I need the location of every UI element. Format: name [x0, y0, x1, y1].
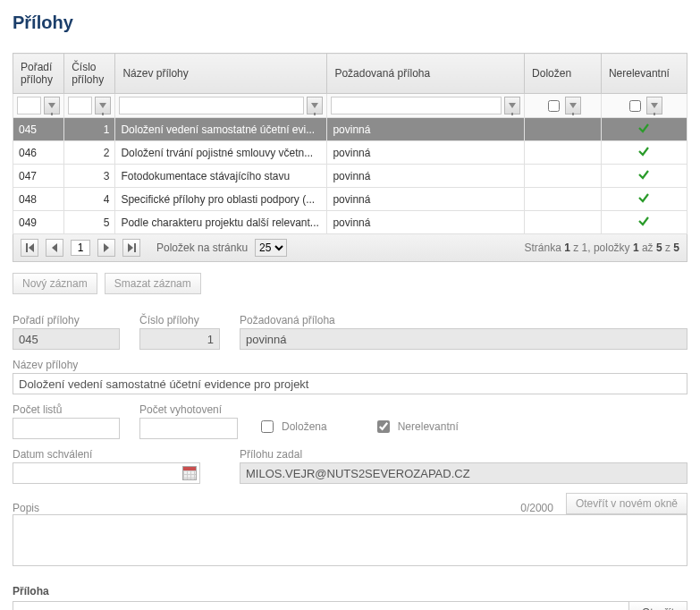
label-dolozena: Doložena: [282, 420, 327, 433]
cell-poradi: 049: [13, 211, 64, 234]
cell-nazev: Doložení trvání pojistné smlouvy včetn..…: [115, 141, 327, 165]
label-nerelevantni: Nerelevantní: [398, 420, 459, 433]
label-poradi: Pořadí přílohy: [13, 314, 120, 326]
cell-cislo: 1: [64, 118, 115, 141]
label-pocet-listu: Počet listů: [13, 403, 120, 416]
cell-pozadovana: povinná: [327, 211, 525, 234]
field-popis[interactable]: [13, 514, 687, 566]
funnel-icon: [509, 103, 516, 108]
table-row[interactable]: 0484Specifické přílohy pro oblasti podpo…: [13, 188, 687, 211]
field-priloha[interactable]: [13, 601, 629, 610]
pager-status: Stránka 1 z 1, položky 1 až 5 z 5: [525, 241, 680, 254]
pagesize-label: Položek na stránku: [156, 241, 248, 254]
checkbox-dolozena[interactable]: [261, 420, 274, 433]
filter-nerelevantni-checkbox[interactable]: [629, 100, 641, 112]
cell-nerelevantni: [601, 118, 687, 141]
pagesize-select[interactable]: 25: [255, 239, 287, 257]
cell-poradi: 045: [13, 118, 64, 141]
filter-nerelevantni-button[interactable]: [646, 97, 662, 114]
pager-first-button[interactable]: [21, 239, 38, 257]
col-pozadovana[interactable]: Požadovaná příloha: [327, 54, 525, 94]
table-row[interactable]: 0473Fotodokumentace stávajícího stavupov…: [13, 165, 687, 188]
cell-dolozen: [525, 188, 602, 211]
label-popis: Popis: [13, 502, 513, 514]
filter-cislo-input[interactable]: [68, 97, 92, 114]
col-nerelevantni[interactable]: Nerelevantní: [601, 54, 687, 94]
col-dolozen[interactable]: Doložen: [525, 54, 602, 94]
filter-poradi-button[interactable]: [44, 97, 60, 114]
cell-nazev: Fotodokumentace stávajícího stavu: [115, 165, 327, 188]
funnel-icon: [569, 103, 577, 108]
cell-pozadovana: povinná: [327, 118, 525, 141]
cell-pozadovana: povinná: [327, 188, 525, 211]
cell-dolozen: [525, 211, 602, 234]
field-zadal: [240, 462, 687, 484]
cell-poradi: 046: [13, 141, 64, 165]
attachments-table: Pořadí přílohy Číslo přílohy Název přílo…: [13, 53, 687, 234]
label-cislo: Číslo přílohy: [139, 314, 220, 326]
table-row[interactable]: 0495Podle charakteru projektu další rele…: [13, 211, 687, 234]
calendar-icon[interactable]: [182, 466, 197, 480]
cell-nerelevantni: [601, 188, 687, 211]
filter-nazev-button[interactable]: [307, 97, 323, 114]
popis-counter: 0/2000: [520, 502, 553, 514]
cell-nazev: Doložení vedení samostatné účetní evi...: [115, 118, 327, 141]
cell-nerelevantni: [601, 211, 687, 234]
cell-dolozen: [525, 118, 602, 141]
field-pocet-listu[interactable]: [13, 418, 120, 439]
filter-pozadovana-button[interactable]: [504, 97, 520, 114]
cell-dolozen: [525, 165, 602, 188]
new-record-button[interactable]: Nový záznam: [13, 273, 97, 294]
field-nazev[interactable]: [13, 373, 687, 394]
label-priloha: Příloha: [13, 585, 49, 597]
funnel-icon: [48, 103, 55, 108]
label-pocet-vyhotoveni: Počet vyhotovení: [139, 403, 238, 416]
cell-nazev: Specifické přílohy pro oblasti podpory (…: [115, 188, 327, 211]
field-poradi: [13, 328, 120, 350]
filter-pozadovana-input[interactable]: [331, 97, 502, 114]
cell-pozadovana: povinná: [327, 165, 525, 188]
filter-dolozen-button[interactable]: [565, 97, 581, 114]
col-cislo[interactable]: Číslo přílohy: [64, 54, 115, 94]
cell-nerelevantni: [601, 141, 687, 165]
filter-poradi-input[interactable]: [17, 97, 41, 114]
field-cislo: [139, 328, 220, 350]
field-pocet-vyhotoveni[interactable]: [139, 418, 238, 439]
checkbox-nerelevantni[interactable]: [377, 420, 390, 433]
cell-nerelevantni: [601, 165, 687, 188]
label-zadal: Přílohu zadal: [240, 448, 687, 461]
field-datum[interactable]: [13, 462, 200, 484]
filter-nazev-input[interactable]: [119, 97, 304, 114]
cell-cislo: 2: [64, 141, 115, 165]
pager-last-button[interactable]: [122, 239, 140, 257]
funnel-icon: [99, 103, 106, 108]
pager-next-button[interactable]: [97, 239, 115, 257]
funnel-icon: [651, 103, 658, 108]
pager: Položek na stránku 25 Stránka 1 z 1, pol…: [13, 234, 687, 262]
pager-page-input[interactable]: [71, 240, 90, 256]
cell-nazev: Podle charakteru projektu další relevant…: [115, 211, 327, 234]
col-poradi[interactable]: Pořadí přílohy: [13, 54, 64, 94]
cell-poradi: 047: [13, 165, 64, 188]
filter-cislo-button[interactable]: [95, 97, 111, 114]
table-row[interactable]: 0462Doložení trvání pojistné smlouvy vče…: [13, 141, 687, 165]
col-nazev[interactable]: Název přílohy: [115, 54, 327, 94]
cell-dolozen: [525, 141, 602, 165]
page-title: Přílohy: [13, 13, 687, 33]
funnel-icon: [311, 103, 318, 108]
field-pozadovana: [240, 328, 687, 350]
delete-record-button[interactable]: Smazat záznam: [105, 273, 201, 294]
cell-cislo: 4: [64, 188, 115, 211]
label-nazev: Název přílohy: [13, 359, 687, 371]
cell-poradi: 048: [13, 188, 64, 211]
cell-cislo: 3: [64, 165, 115, 188]
detail-form: Pořadí přílohy Číslo přílohy Požadovaná …: [13, 314, 687, 610]
cell-cislo: 5: [64, 211, 115, 234]
label-datum: Datum schválení: [13, 448, 200, 461]
open-file-button[interactable]: Otevřít: [629, 601, 687, 610]
label-pozadovana: Požadovaná příloha: [240, 314, 687, 326]
open-new-window-button[interactable]: Otevřít v novém okně: [566, 493, 687, 514]
pager-prev-button[interactable]: [46, 239, 63, 257]
filter-dolozen-checkbox[interactable]: [548, 100, 560, 112]
table-row[interactable]: 0451Doložení vedení samostatné účetní ev…: [13, 118, 687, 141]
